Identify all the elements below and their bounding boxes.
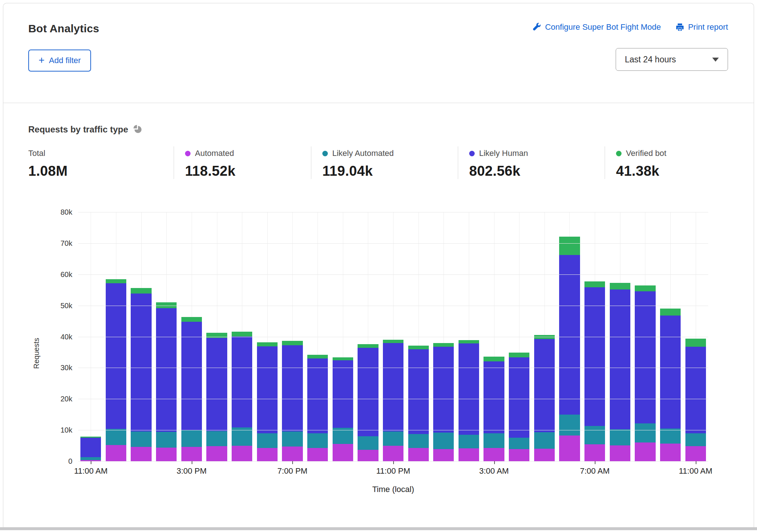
bar-segment-verified-bot[interactable] (358, 344, 378, 348)
bar-segment-automated[interactable] (333, 444, 353, 461)
stacked-bar-8-00-pm[interactable] (307, 355, 328, 461)
stacked-bar-1-00-pm[interactable] (131, 288, 151, 461)
bar-segment-verified-bot[interactable] (383, 340, 403, 343)
stacked-bar-6-00-am[interactable] (559, 237, 580, 461)
bar-segment-likely-automated[interactable] (282, 431, 303, 447)
bar-segment-automated[interactable] (106, 445, 126, 461)
bar-segment-likely-automated[interactable] (257, 433, 278, 448)
bar-segment-likely-automated[interactable] (685, 433, 706, 446)
bar-segment-automated[interactable] (459, 448, 479, 461)
bar-segment-likely-automated[interactable] (635, 423, 655, 442)
bar-segment-likely-automated[interactable] (80, 457, 101, 460)
bar-segment-automated[interactable] (206, 446, 227, 461)
bar-segment-likely-automated[interactable] (383, 431, 403, 446)
bar-segment-likely-automated[interactable] (131, 431, 151, 447)
bar-segment-verified-bot[interactable] (660, 309, 681, 316)
bar-segment-likely-human[interactable] (509, 357, 529, 438)
bar-segment-likely-automated[interactable] (509, 438, 529, 449)
bar-segment-likely-human[interactable] (584, 287, 605, 426)
bar-segment-likely-human[interactable] (610, 289, 630, 429)
bar-segment-likely-automated[interactable] (181, 430, 202, 447)
stacked-bar-5-00-am[interactable] (534, 335, 555, 461)
bar-segment-likely-automated[interactable] (483, 433, 504, 448)
bar-segment-likely-automated[interactable] (358, 436, 378, 449)
bar-segment-verified-bot[interactable] (257, 342, 278, 346)
bar-segment-likely-human[interactable] (534, 339, 555, 432)
bar-segment-likely-human[interactable] (433, 347, 454, 433)
bar-segment-automated[interactable] (257, 448, 278, 461)
bar-segment-verified-bot[interactable] (181, 317, 202, 322)
bar-segment-likely-human[interactable] (333, 360, 353, 428)
bar-segment-likely-human[interactable] (80, 438, 101, 457)
bar-segment-likely-human[interactable] (206, 338, 227, 431)
bar-segment-verified-bot[interactable] (333, 357, 353, 360)
bar-segment-verified-bot[interactable] (307, 355, 328, 358)
stacked-bar-8-00-am[interactable] (610, 283, 630, 461)
bar-segment-automated[interactable] (559, 436, 580, 461)
bar-segment-likely-automated[interactable] (610, 429, 630, 445)
bar-segment-automated[interactable] (408, 448, 429, 461)
bar-segment-likely-automated[interactable] (459, 435, 479, 448)
bar-segment-likely-automated[interactable] (156, 432, 177, 447)
bar-segment-verified-bot[interactable] (459, 340, 479, 343)
bar-segment-likely-human[interactable] (635, 291, 655, 423)
bar-segment-verified-bot[interactable] (206, 333, 227, 338)
stacked-bar-12-00-am[interactable] (408, 346, 429, 461)
bar-segment-verified-bot[interactable] (559, 237, 580, 255)
stacked-bar-11-00-pm[interactable] (383, 340, 403, 461)
bar-segment-likely-automated[interactable] (408, 434, 429, 448)
stacked-bar-11-00-am[interactable] (80, 437, 101, 461)
stacked-bar-12-00-pm[interactable] (106, 279, 126, 461)
bar-segment-likely-human[interactable] (181, 322, 202, 430)
stacked-bar-7-00-pm[interactable] (282, 341, 303, 461)
bar-segment-automated[interactable] (282, 447, 303, 461)
print-report-link[interactable]: Print report (675, 22, 728, 32)
bar-segment-automated[interactable] (433, 449, 454, 461)
stacked-bar-5-00-pm[interactable] (232, 332, 252, 461)
bar-segment-verified-bot[interactable] (232, 332, 252, 336)
bar-segment-likely-human[interactable] (358, 348, 378, 436)
bar-segment-likely-human[interactable] (660, 316, 681, 429)
bar-segment-verified-bot[interactable] (610, 283, 630, 290)
bar-segment-automated[interactable] (509, 449, 529, 461)
bar-segment-likely-human[interactable] (559, 255, 580, 415)
bar-segment-verified-bot[interactable] (282, 341, 303, 345)
stacked-bar-11-00-am[interactable] (685, 339, 706, 461)
bar-segment-likely-automated[interactable] (660, 429, 681, 444)
bar-segment-automated[interactable] (156, 448, 177, 461)
stacked-bar-6-00-pm[interactable] (257, 342, 278, 461)
bar-segment-verified-bot[interactable] (433, 343, 454, 347)
bar-segment-automated[interactable] (307, 448, 328, 461)
stacked-bar-10-00-am[interactable] (660, 309, 681, 461)
bar-segment-likely-automated[interactable] (584, 426, 605, 444)
stacked-bar-9-00-am[interactable] (635, 285, 655, 461)
stacked-bar-2-00-am[interactable] (459, 340, 479, 461)
bar-segment-verified-bot[interactable] (106, 279, 126, 284)
add-filter-button[interactable]: + Add filter (28, 50, 91, 72)
bar-segment-verified-bot[interactable] (408, 346, 429, 349)
bar-segment-verified-bot[interactable] (534, 335, 555, 339)
time-range-select[interactable]: Last 24 hours (616, 48, 728, 71)
stacked-bar-4-00-am[interactable] (509, 353, 529, 461)
bar-segment-likely-automated[interactable] (534, 432, 555, 449)
bar-segment-automated[interactable] (232, 446, 252, 461)
bar-segment-verified-bot[interactable] (584, 281, 605, 287)
bar-segment-likely-human[interactable] (459, 343, 479, 435)
bar-segment-automated[interactable] (383, 446, 403, 461)
stacked-bar-7-00-am[interactable] (584, 281, 605, 461)
bar-segment-automated[interactable] (483, 448, 504, 461)
bar-segment-automated[interactable] (660, 444, 681, 461)
configure-super-bot-fight-mode-link[interactable]: Configure Super Bot Fight Mode (533, 22, 661, 32)
bar-segment-automated[interactable] (584, 444, 605, 461)
stacked-bar-9-00-pm[interactable] (333, 357, 353, 461)
bar-segment-likely-human[interactable] (282, 345, 303, 431)
bar-segment-likely-human[interactable] (383, 343, 403, 431)
bar-segment-likely-human[interactable] (685, 347, 706, 434)
stacked-bar-4-00-pm[interactable] (206, 333, 227, 461)
bar-segment-likely-automated[interactable] (106, 429, 126, 445)
bar-segment-likely-human[interactable] (483, 361, 504, 433)
bar-segment-verified-bot[interactable] (635, 285, 655, 291)
bar-segment-likely-human[interactable] (408, 349, 429, 434)
bar-segment-likely-human[interactable] (131, 294, 151, 431)
stacked-bar-2-00-pm[interactable] (156, 302, 177, 461)
